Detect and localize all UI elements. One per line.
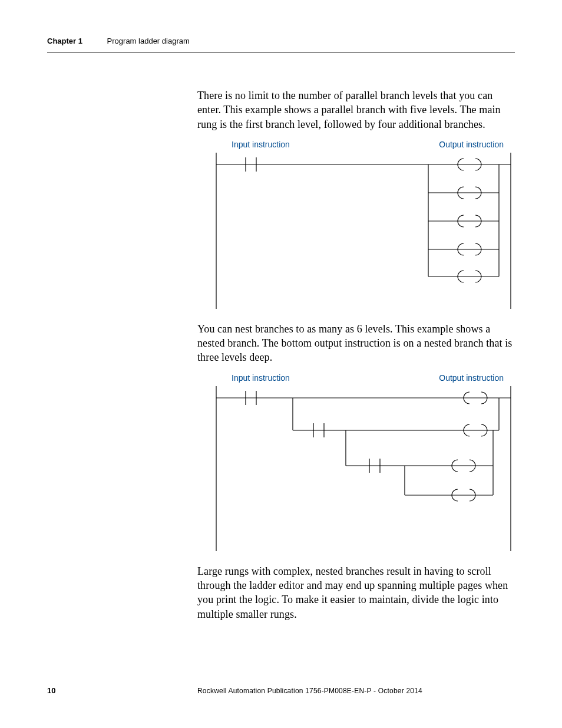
header-rule	[47, 52, 515, 52]
nested-branch-diagram: Input instruction Output instruction	[210, 373, 515, 554]
diagram-labels-row-2: Input instruction Output instruction	[210, 373, 515, 383]
section-title: Program ladder diagram	[107, 37, 190, 45]
input-instruction-label-2: Input instruction	[232, 373, 290, 383]
nested-branch-svg	[210, 386, 517, 551]
paragraph-2: You can nest branches to as many as 6 le…	[197, 322, 515, 365]
paragraph-1: There is no limit to the number of paral…	[197, 88, 515, 131]
chapter-label: Chapter 1	[47, 37, 82, 45]
paragraph-3: Large rungs with complex, nested branche…	[197, 564, 515, 621]
main-content: There is no limit to the number of paral…	[197, 88, 515, 630]
publication-info: Rockwell Automation Publication 1756-PM0…	[197, 687, 422, 695]
page-footer: 10 Rockwell Automation Publication 1756-…	[47, 686, 515, 695]
page-number: 10	[47, 686, 197, 695]
parallel-branch-diagram: Input instruction Output instruction	[210, 140, 515, 311]
output-instruction-label: Output instruction	[439, 140, 504, 149]
parallel-branch-svg	[210, 153, 517, 309]
output-instruction-label-2: Output instruction	[439, 373, 504, 383]
page-header: Chapter 1 Program ladder diagram	[47, 37, 515, 45]
input-instruction-label: Input instruction	[232, 140, 290, 149]
diagram-labels-row: Input instruction Output instruction	[210, 140, 515, 149]
